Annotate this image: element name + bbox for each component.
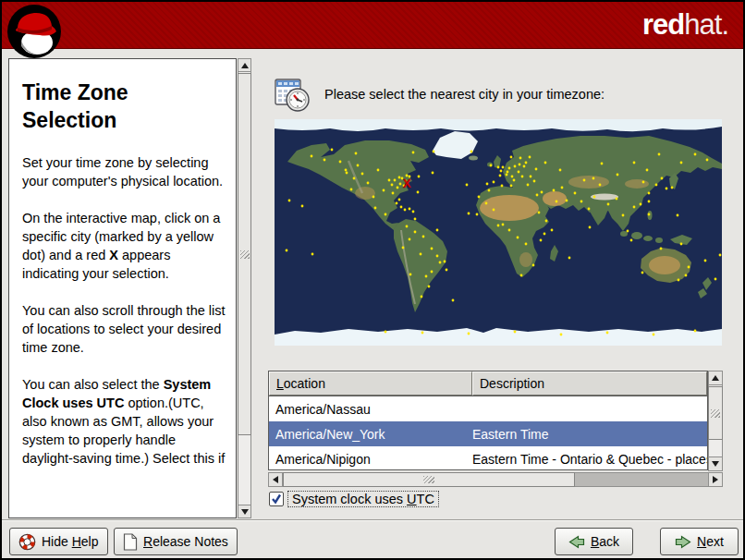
help-panel: Time Zone Selection Set your time zone b… <box>8 58 237 518</box>
grip-icon <box>711 409 720 418</box>
hide-help-label: Hide Help <box>42 534 99 549</box>
grip-icon <box>423 476 434 483</box>
help-scrollbar[interactable] <box>238 58 251 518</box>
table-scroll-up-button[interactable] <box>708 371 723 385</box>
calendar-clock-icon <box>273 75 311 114</box>
redhat-wordmark: redhat. <box>642 9 728 41</box>
table-vertical-scrollbar[interactable] <box>708 371 723 471</box>
utc-checkbox[interactable] <box>269 492 284 506</box>
arrow-right-icon <box>675 535 691 549</box>
help-scrollbar-thumb[interactable] <box>238 73 251 435</box>
timezone-table: Location Description America/Nassau Amer… <box>268 371 708 470</box>
grip-icon <box>240 250 250 259</box>
hide-help-button[interactable]: Hide Help <box>9 528 108 555</box>
table-scroll-left-button[interactable] <box>268 472 283 487</box>
column-header-location[interactable]: Location <box>269 371 472 396</box>
down-arrow-icon <box>241 509 249 515</box>
selected-city-marker: X <box>403 177 411 190</box>
utc-checkbox-label[interactable]: System clock uses UTC <box>287 491 439 507</box>
down-arrow-icon <box>712 461 719 467</box>
bottom-separator <box>2 519 743 521</box>
table-vscrollbar-thumb[interactable] <box>708 386 723 440</box>
title-banner: redhat. <box>2 2 743 49</box>
table-hscrollbar-thumb[interactable] <box>283 472 575 487</box>
release-notes-button[interactable]: Release Notes <box>114 528 238 555</box>
up-arrow-icon <box>241 63 249 68</box>
help-paragraph-3: You can also scroll through the list of … <box>22 301 226 357</box>
table-row-new-york[interactable]: America/New_York Eastern Time <box>269 421 707 446</box>
back-button[interactable]: Back <box>555 528 633 555</box>
up-arrow-icon <box>712 375 719 381</box>
arrow-left-icon <box>568 535 585 549</box>
back-label: Back <box>591 534 619 549</box>
table-scroll-down-button[interactable] <box>708 457 723 471</box>
help-scroll-up-button[interactable] <box>238 58 251 72</box>
next-button[interactable]: Next <box>660 528 739 555</box>
left-arrow-icon <box>273 476 278 483</box>
help-scroll-down-button[interactable] <box>238 505 251 518</box>
life-ring-icon <box>18 533 36 551</box>
release-notes-label: Release Notes <box>143 534 228 549</box>
wordmark-bold: red <box>642 8 684 41</box>
next-label: Next <box>697 534 724 549</box>
table-horizontal-scrollbar[interactable] <box>268 472 723 487</box>
table-row-nipigon[interactable]: America/Nipigon Eastern Time - Ontario &… <box>269 446 707 470</box>
table-body: America/Nassau America/New_York Eastern … <box>268 396 708 470</box>
help-paragraph-1: Set your time zone by selecting your com… <box>22 153 226 190</box>
table-header: Location Description <box>268 371 708 396</box>
wordmark-light: hat. <box>684 8 728 41</box>
table-scroll-right-button[interactable] <box>708 472 723 487</box>
timezone-world-map[interactable]: X <box>275 119 722 346</box>
prompt-text: Please select the nearest city in your t… <box>324 87 605 102</box>
checkmark-icon <box>271 493 282 505</box>
help-title: Time Zone Selection <box>22 79 179 135</box>
help-paragraph-4: You can also select the System Clock use… <box>22 375 226 468</box>
table-row-nassau[interactable]: America/Nassau <box>269 396 707 421</box>
right-arrow-icon <box>713 476 718 483</box>
help-paragraph-2: On the interactive map, click on a speci… <box>22 209 226 283</box>
column-header-description[interactable]: Description <box>472 371 707 396</box>
utc-checkbox-row: System clock uses UTC <box>269 491 439 507</box>
document-icon <box>123 533 138 551</box>
installer-window: redhat. Time Zone Selection Set your tim… <box>0 0 745 560</box>
prompt-row: Please select the nearest city in your t… <box>273 74 605 115</box>
redhat-shadowman-logo-icon <box>6 4 62 59</box>
